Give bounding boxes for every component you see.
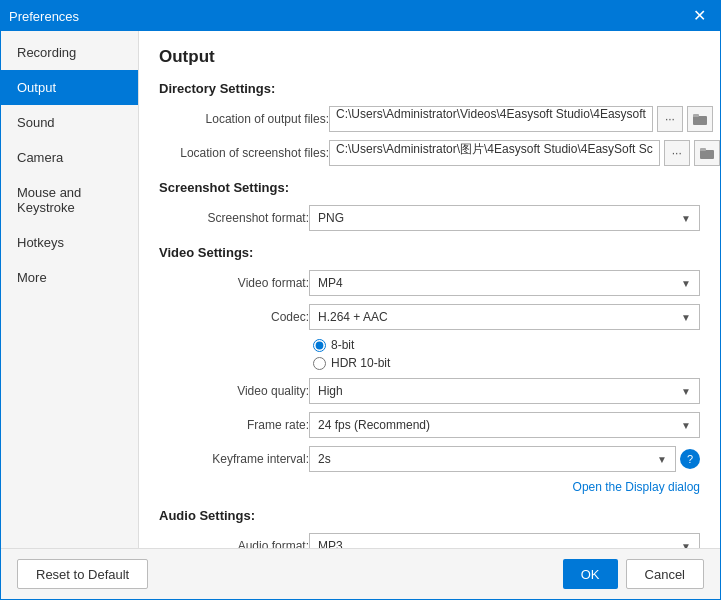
- frame-rate-label: Frame rate:: [159, 418, 309, 432]
- video-format-row: Video format: MP4 ▼: [159, 270, 700, 296]
- codec-control: H.264 + AAC ▼: [309, 304, 700, 330]
- screenshot-format-dropdown[interactable]: PNG ▼: [309, 205, 700, 231]
- bit-depth-row: 8-bit HDR 10-bit: [159, 338, 700, 370]
- ok-button[interactable]: OK: [563, 559, 618, 589]
- svg-rect-2: [700, 150, 714, 159]
- keyframe-dropdown[interactable]: 2s ▼: [309, 446, 676, 472]
- video-quality-label: Video quality:: [159, 384, 309, 398]
- output-location-control: C:\Users\Administrator\Videos\4Easysoft …: [329, 106, 713, 132]
- sidebar-item-output[interactable]: Output: [1, 70, 138, 105]
- codec-value: H.264 + AAC: [318, 310, 388, 324]
- content-area: Recording Output Sound Camera Mouse and …: [1, 31, 720, 548]
- screenshot-path-input[interactable]: C:\Users\Administrator\图片\4Easysoft Stud…: [329, 140, 660, 166]
- open-display-link[interactable]: Open the Display dialog: [159, 480, 700, 494]
- radio-8bit-input[interactable]: [313, 339, 326, 352]
- codec-row: Codec: H.264 + AAC ▼: [159, 304, 700, 330]
- video-format-label: Video format:: [159, 276, 309, 290]
- output-path-input[interactable]: C:\Users\Administrator\Videos\4Easysoft …: [329, 106, 653, 132]
- frame-rate-dropdown[interactable]: 24 fps (Recommend) ▼: [309, 412, 700, 438]
- window-title: Preferences: [9, 9, 79, 24]
- audio-format-label: Audio format:: [159, 539, 309, 548]
- video-quality-row: Video quality: High ▼: [159, 378, 700, 404]
- screenshot-section-title: Screenshot Settings:: [159, 180, 700, 195]
- video-quality-control: High ▼: [309, 378, 700, 404]
- chevron-down-icon-7: ▼: [681, 541, 691, 549]
- svg-rect-3: [700, 148, 706, 151]
- svg-rect-0: [693, 116, 707, 125]
- screenshot-format-row: Screenshot format: PNG ▼: [159, 205, 700, 231]
- keyframe-inner: 2s ▼ ?: [309, 446, 700, 472]
- directory-section-title: Directory Settings:: [159, 81, 700, 96]
- sidebar-item-hotkeys[interactable]: Hotkeys: [1, 225, 138, 260]
- sidebar-item-more[interactable]: More: [1, 260, 138, 295]
- chevron-down-icon: ▼: [681, 213, 691, 224]
- bit-depth-group: 8-bit HDR 10-bit: [313, 338, 390, 370]
- codec-dropdown[interactable]: H.264 + AAC ▼: [309, 304, 700, 330]
- sidebar-item-recording[interactable]: Recording: [1, 35, 138, 70]
- folder-icon: [693, 113, 707, 125]
- chevron-down-icon-6: ▼: [657, 454, 667, 465]
- page-title: Output: [159, 47, 700, 67]
- sidebar-item-camera[interactable]: Camera: [1, 140, 138, 175]
- svg-rect-1: [693, 114, 699, 117]
- audio-section-title: Audio Settings:: [159, 508, 700, 523]
- sidebar-item-mouse[interactable]: Mouse and Keystroke: [1, 175, 138, 225]
- frame-rate-value: 24 fps (Recommend): [318, 418, 430, 432]
- video-format-dropdown[interactable]: MP4 ▼: [309, 270, 700, 296]
- screenshot-location-row: Location of screenshot files: C:\Users\A…: [159, 140, 700, 166]
- output-folder-btn[interactable]: [687, 106, 713, 132]
- help-button[interactable]: ?: [680, 449, 700, 469]
- frame-rate-control: 24 fps (Recommend) ▼: [309, 412, 700, 438]
- audio-format-dropdown[interactable]: MP3 ▼: [309, 533, 700, 548]
- audio-format-control: MP3 ▼: [309, 533, 700, 548]
- footer-right: OK Cancel: [563, 559, 704, 589]
- main-panel: Output Directory Settings: Location of o…: [139, 31, 720, 548]
- screenshot-location-control: C:\Users\Administrator\图片\4Easysoft Stud…: [329, 140, 720, 166]
- video-quality-value: High: [318, 384, 343, 398]
- frame-rate-row: Frame rate: 24 fps (Recommend) ▼: [159, 412, 700, 438]
- chevron-down-icon-3: ▼: [681, 312, 691, 323]
- keyframe-row: Keyframe interval: 2s ▼ ?: [159, 446, 700, 472]
- sidebar: Recording Output Sound Camera Mouse and …: [1, 31, 139, 548]
- output-ellipsis-btn[interactable]: ···: [657, 106, 683, 132]
- titlebar: Preferences ✕: [1, 1, 720, 31]
- preferences-window: Preferences ✕ Recording Output Sound Cam…: [0, 0, 721, 600]
- cancel-button[interactable]: Cancel: [626, 559, 704, 589]
- bit-depth-control: 8-bit HDR 10-bit: [309, 338, 700, 370]
- keyframe-value: 2s: [318, 452, 331, 466]
- radio-8bit[interactable]: 8-bit: [313, 338, 390, 352]
- video-quality-dropdown[interactable]: High ▼: [309, 378, 700, 404]
- reset-button[interactable]: Reset to Default: [17, 559, 148, 589]
- footer: Reset to Default OK Cancel: [1, 548, 720, 599]
- screenshot-folder-btn[interactable]: [694, 140, 720, 166]
- video-format-value: MP4: [318, 276, 343, 290]
- video-section-title: Video Settings:: [159, 245, 700, 260]
- chevron-down-icon-5: ▼: [681, 420, 691, 431]
- chevron-down-icon-2: ▼: [681, 278, 691, 289]
- screenshot-format-value: PNG: [318, 211, 344, 225]
- chevron-down-icon-4: ▼: [681, 386, 691, 397]
- keyframe-control: 2s ▼ ?: [309, 446, 700, 472]
- output-location-row: Location of output files: C:\Users\Admin…: [159, 106, 700, 132]
- screenshot-location-label: Location of screenshot files:: [159, 146, 329, 160]
- codec-label: Codec:: [159, 310, 309, 324]
- radio-hdr[interactable]: HDR 10-bit: [313, 356, 390, 370]
- radio-hdr-input[interactable]: [313, 357, 326, 370]
- screenshot-format-label: Screenshot format:: [159, 211, 309, 225]
- video-format-control: MP4 ▼: [309, 270, 700, 296]
- sidebar-item-sound[interactable]: Sound: [1, 105, 138, 140]
- screenshot-ellipsis-btn[interactable]: ···: [664, 140, 690, 166]
- keyframe-label: Keyframe interval:: [159, 452, 309, 466]
- folder-icon-2: [700, 147, 714, 159]
- radio-hdr-label: HDR 10-bit: [331, 356, 390, 370]
- output-location-label: Location of output files:: [159, 112, 329, 126]
- screenshot-format-control: PNG ▼: [309, 205, 700, 231]
- close-button[interactable]: ✕: [687, 6, 712, 26]
- audio-format-row: Audio format: MP3 ▼: [159, 533, 700, 548]
- radio-8bit-label: 8-bit: [331, 338, 354, 352]
- audio-format-value: MP3: [318, 539, 343, 548]
